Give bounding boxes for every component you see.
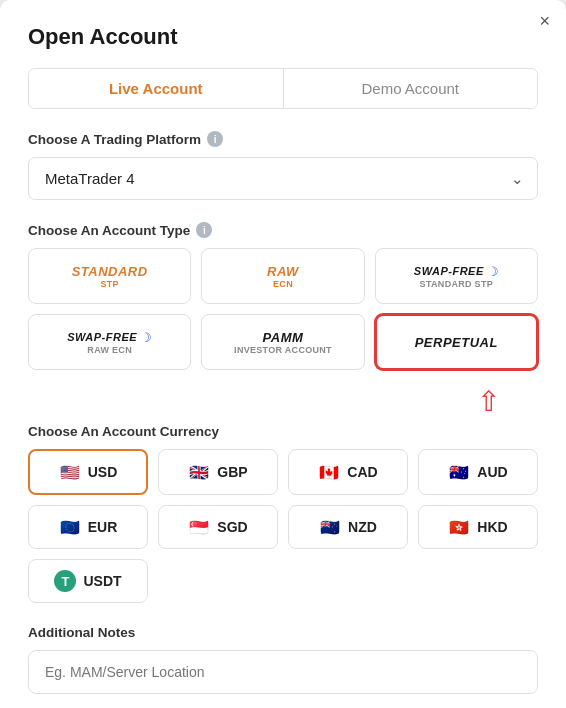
account-type-standard[interactable]: STANDARD STP <box>28 248 191 304</box>
hkd-flag: 🇭🇰 <box>448 516 470 538</box>
aud-flag: 🇦🇺 <box>448 461 470 483</box>
account-type-swap-free-standard[interactable]: SWAP-FREE ☽ STANDARD STP <box>375 248 538 304</box>
currency-usd[interactable]: 🇺🇸 USD <box>28 449 148 495</box>
account-types-grid: STANDARD STP RAW ECN SWAP-FREE ☽ STANDAR… <box>28 248 538 370</box>
usdt-icon: T <box>54 570 76 592</box>
currency-grid: 🇺🇸 USD 🇬🇧 GBP 🇨🇦 CAD 🇦🇺 AUD 🇪🇺 EUR 🇸🇬 SG… <box>28 449 538 603</box>
usd-flag: 🇺🇸 <box>59 461 81 483</box>
currency-hkd[interactable]: 🇭🇰 HKD <box>418 505 538 549</box>
currency-usdt[interactable]: T USDT <box>28 559 148 603</box>
notes-input[interactable] <box>28 650 538 694</box>
platform-info-icon[interactable]: i <box>207 131 223 147</box>
close-button[interactable]: × <box>539 12 550 30</box>
tab-demo-account[interactable]: Demo Account <box>283 69 538 108</box>
currency-nzd[interactable]: 🇳🇿 NZD <box>288 505 408 549</box>
cad-flag: 🇨🇦 <box>318 461 340 483</box>
account-type-info-icon[interactable]: i <box>196 222 212 238</box>
platform-section-label: Choose A Trading Platform i <box>28 131 538 147</box>
currency-aud[interactable]: 🇦🇺 AUD <box>418 449 538 495</box>
platform-select-wrap: MetaTrader 4 MetaTrader 5 cTrader ⌄ <box>28 157 538 200</box>
moon-icon-2: ☽ <box>140 330 152 345</box>
nzd-flag: 🇳🇿 <box>319 516 341 538</box>
moon-icon-1: ☽ <box>487 264 499 279</box>
account-tab-row: Live Account Demo Account <box>28 68 538 109</box>
currency-gbp[interactable]: 🇬🇧 GBP <box>158 449 278 495</box>
arrow-up-icon: ⇧ <box>477 388 500 416</box>
modal-title: Open Account <box>28 24 538 50</box>
currency-sgd[interactable]: 🇸🇬 SGD <box>158 505 278 549</box>
open-account-modal: × Open Account Live Account Demo Account… <box>0 0 566 708</box>
account-type-section-label: Choose An Account Type i <box>28 222 538 238</box>
notes-label: Additional Notes <box>28 625 538 640</box>
account-type-perpetual[interactable]: PERPETUAL <box>375 314 538 370</box>
eur-flag: 🇪🇺 <box>59 516 81 538</box>
account-type-pamm[interactable]: PAMM INVESTOR ACCOUNT <box>201 314 364 370</box>
account-type-raw[interactable]: RAW ECN <box>201 248 364 304</box>
currency-cad[interactable]: 🇨🇦 CAD <box>288 449 408 495</box>
currency-section-label: Choose An Account Currency <box>28 424 538 439</box>
account-type-swap-free-raw[interactable]: SWAP-FREE ☽ RAW ECN <box>28 314 191 370</box>
currency-eur[interactable]: 🇪🇺 EUR <box>28 505 148 549</box>
perpetual-arrow: ⇧ <box>28 388 538 416</box>
platform-select[interactable]: MetaTrader 4 MetaTrader 5 cTrader <box>28 157 538 200</box>
gbp-flag: 🇬🇧 <box>188 461 210 483</box>
tab-live-account[interactable]: Live Account <box>29 69 283 108</box>
sgd-flag: 🇸🇬 <box>188 516 210 538</box>
